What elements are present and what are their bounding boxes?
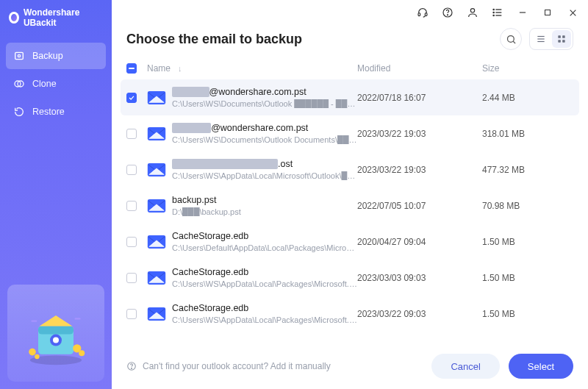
row-path: C:\Users\WS\AppData\Local\Microsoft\Outl…: [172, 171, 357, 180]
row-title: █████████ - ██████.ost: [172, 159, 357, 169]
svg-rect-35: [558, 35, 561, 38]
main-panel: Choose the email to backup: [112, 0, 588, 389]
headset-icon[interactable]: [415, 4, 431, 21]
table-row[interactable]: CacheStorage.edbC:\Users\Default\AppData…: [121, 224, 579, 260]
sidebar-item-label: Clone: [32, 79, 57, 89]
row-size: 70.98 MB: [482, 201, 563, 211]
svg-rect-16: [425, 13, 427, 16]
sidebar: Wondershare UBackit Backup Clone Restore: [0, 0, 112, 389]
svg-point-47: [132, 368, 132, 368]
svg-point-19: [470, 9, 474, 13]
column-size[interactable]: Size: [482, 63, 563, 74]
row-name: █████████ - ██████.ostC:\Users\WS\AppDat…: [172, 159, 357, 180]
table-row[interactable]: s█████@wondershare.com.pstC:\Users\WS\Do…: [121, 79, 579, 115]
mail-icon: [147, 307, 172, 321]
clone-icon: [13, 78, 25, 90]
row-modified: 2020/04/27 09:04: [357, 237, 482, 247]
row-checkbox[interactable]: [126, 309, 137, 319]
sidebar-item-clone[interactable]: Clone: [6, 71, 106, 97]
row-checkbox[interactable]: [126, 201, 137, 211]
list-view-button[interactable]: [531, 30, 551, 48]
svg-point-10: [79, 350, 85, 356]
backup-icon: [13, 50, 25, 62]
svg-rect-0: [15, 52, 24, 59]
help-icon[interactable]: [440, 4, 456, 21]
sort-arrow-icon: ↓: [178, 64, 182, 73]
row-size: 1.50 MB: [482, 273, 563, 283]
sidebar-nav: Backup Clone Restore: [0, 38, 112, 129]
grid-view-button[interactable]: [552, 30, 571, 48]
promo-area: [0, 277, 112, 389]
svg-rect-6: [38, 326, 74, 334]
row-size: 1.50 MB: [482, 309, 563, 319]
add-manually-link[interactable]: Can't find your outlook account? Add it …: [126, 361, 331, 371]
svg-point-25: [493, 15, 494, 15]
svg-point-30: [507, 35, 514, 42]
svg-rect-15: [418, 13, 420, 16]
row-checkbox[interactable]: [126, 93, 137, 103]
svg-rect-13: [31, 320, 37, 321]
row-name: s█████@wondershare.com.pstC:\Users\WS\Do…: [172, 87, 357, 108]
row-checkbox[interactable]: [126, 165, 137, 175]
row-name: CacheStorage.edbC:\Users\Default\AppData…: [172, 231, 357, 252]
titlebar: [112, 0, 588, 25]
table-row[interactable]: CacheStorage.edbC:\Users\WS\AppData\Loca…: [121, 260, 579, 296]
select-all-checkbox[interactable]: [126, 63, 137, 74]
svg-point-23: [493, 9, 494, 10]
svg-rect-36: [562, 35, 565, 38]
view-toggle: [529, 28, 573, 50]
app-window: Wondershare UBackit Backup Clone Restore: [0, 0, 588, 389]
table-row[interactable]: CacheStorage.edbC:\Users\WS\AppData\Loca…: [121, 296, 579, 332]
svg-point-24: [493, 12, 494, 13]
svg-point-1: [18, 54, 20, 57]
row-name: backup.pstD:\███\backup.pst: [172, 195, 357, 216]
sidebar-item-label: Restore: [32, 107, 65, 117]
svg-point-11: [29, 349, 36, 356]
mail-icon: [147, 90, 172, 105]
page-header: Choose the email to backup: [112, 25, 588, 56]
close-icon[interactable]: [564, 4, 581, 21]
row-checkbox[interactable]: [126, 129, 137, 139]
row-title: s█████@wondershare.com.pst: [172, 87, 357, 97]
column-name[interactable]: Name ↓: [147, 63, 357, 74]
column-modified[interactable]: Modified: [357, 63, 482, 74]
row-path: C:\Users\WS\Documents\Outlook Documents\…: [172, 135, 357, 144]
row-title: backup.pst: [172, 195, 357, 205]
promo-illustration[interactable]: [7, 285, 104, 382]
minimize-icon[interactable]: [514, 4, 531, 21]
table-row[interactable]: ██████@wondershare.com.pstC:\Users\WS\Do…: [121, 115, 579, 151]
row-path: C:\Users\WS\Documents\Outlook ██████ - █…: [172, 99, 357, 108]
row-modified: 2022/07/18 16:07: [357, 93, 482, 103]
maximize-icon[interactable]: [539, 4, 556, 21]
email-list[interactable]: s█████@wondershare.com.pstC:\Users\WS\Do…: [112, 79, 588, 345]
row-modified: 2022/07/05 10:07: [357, 201, 482, 211]
row-checkbox[interactable]: [126, 237, 137, 247]
table-row[interactable]: backup.pstD:\███\backup.pst2022/07/05 10…: [121, 188, 579, 224]
row-title: CacheStorage.edb: [172, 303, 357, 313]
row-title: CacheStorage.edb: [172, 267, 357, 277]
svg-rect-38: [562, 40, 565, 43]
user-icon[interactable]: [465, 4, 481, 21]
app-title: Wondershare UBackit: [24, 7, 103, 28]
table-row[interactable]: █████████ - ██████.ostC:\Users\WS\AppDat…: [121, 151, 579, 188]
select-button[interactable]: Select: [509, 354, 573, 379]
column-name-label: Name: [147, 63, 171, 74]
row-modified: 2023/03/22 19:03: [357, 165, 482, 175]
row-modified: 2023/03/22 19:03: [357, 129, 482, 139]
brand-logo-icon: [9, 12, 19, 24]
row-name: CacheStorage.edbC:\Users\WS\AppData\Loca…: [172, 267, 357, 288]
row-title: ██████@wondershare.com.pst: [172, 123, 357, 133]
mail-icon: [147, 271, 172, 285]
mail-icon: [147, 126, 172, 141]
sidebar-item-backup[interactable]: Backup: [6, 43, 106, 69]
sidebar-item-restore[interactable]: Restore: [6, 99, 106, 125]
helper-text: Can't find your outlook account? Add it …: [143, 361, 331, 371]
svg-rect-37: [558, 40, 561, 43]
row-name: CacheStorage.edbC:\Users\WS\AppData\Loca…: [172, 303, 357, 324]
row-checkbox[interactable]: [126, 273, 137, 283]
search-button[interactable]: [500, 28, 522, 50]
row-path: C:\Users\Default\AppData\Local\Packages\…: [172, 243, 357, 252]
row-size: 1.50 MB: [482, 237, 563, 247]
cancel-button[interactable]: Cancel: [431, 354, 499, 379]
menu-list-icon[interactable]: [490, 4, 506, 21]
